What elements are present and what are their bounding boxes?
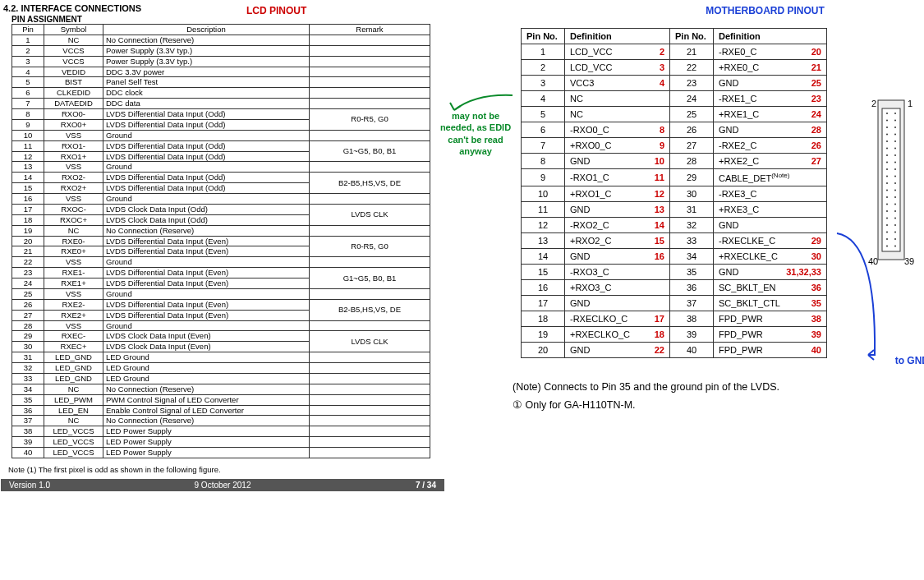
- svg-point-21: [894, 176, 896, 177]
- table-row: 39LED_VCCSLED Power Supply: [12, 437, 430, 448]
- table-row: 5NC25+RXE1_C24: [522, 107, 827, 122]
- svg-point-35: [894, 224, 896, 226]
- table-row: 2LCD_VCC322+RXE0_C21: [522, 60, 827, 76]
- connector-diagram: 2 1 40 39: [867, 94, 916, 268]
- table-row: 34NCNo Connection (Reserve): [12, 384, 430, 394]
- svg-point-3: [894, 113, 896, 114]
- svg-point-23: [894, 182, 896, 184]
- mb-th-pin2: Pin No.: [670, 29, 714, 44]
- table-row: 19NCNo Connection (Reserve): [12, 225, 430, 236]
- svg-point-10: [886, 140, 888, 142]
- svg-point-16: [886, 162, 888, 163]
- svg-point-40: [886, 246, 888, 247]
- svg-point-28: [886, 204, 888, 205]
- table-row: 13+RXO2_C1533-RXECLKE_C29: [522, 232, 827, 248]
- svg-point-24: [886, 190, 888, 191]
- footer: Version 1.0 9 October 2012 7 / 34: [1, 479, 444, 491]
- svg-point-41: [894, 246, 896, 247]
- svg-point-29: [894, 204, 896, 205]
- svg-point-12: [886, 148, 888, 150]
- table-row: 18-RXECLKO_C1738FPD_PWR38: [522, 311, 827, 326]
- lcd-th-desc: Description: [103, 25, 310, 35]
- svg-point-30: [886, 210, 888, 212]
- svg-point-14: [886, 154, 888, 156]
- svg-point-26: [886, 196, 888, 198]
- lcd-table: Pin Symbol Description Remark 1NCNo Conn…: [11, 24, 430, 458]
- svg-point-39: [894, 238, 896, 240]
- lcd-th-symbol: Symbol: [44, 25, 103, 35]
- note1: Note (1) The first pixel is odd as shown…: [8, 465, 447, 474]
- table-row: 6-RXO0_C826GND28: [522, 122, 827, 138]
- table-row: 40LED_VCCSLED Power Supply: [12, 448, 430, 458]
- table-row: 10VSSGround: [12, 130, 430, 140]
- green-note: may not be needed, as EDID can't be read…: [439, 110, 513, 157]
- table-row: 14RXO2-LVDS Differential Data Input (Odd…: [12, 173, 430, 183]
- table-row: 36LED_ENEnable Control Signal of LED Con…: [12, 405, 430, 416]
- svg-point-15: [894, 154, 896, 156]
- to-gnd-label: to GND: [895, 355, 924, 366]
- svg-point-38: [886, 238, 888, 240]
- table-row: 23RXE1-LVDS Differential Data Input (Eve…: [12, 268, 430, 278]
- svg-point-20: [886, 176, 888, 177]
- lcd-pinout-title: LCD PINOUT: [246, 5, 306, 16]
- table-row: 8GND1028+RXE2_C27: [522, 154, 827, 169]
- mb-note-line2: ① Only for GA-H110TN-M.: [513, 396, 924, 415]
- table-row: 6CLKEDIDDDC clock: [12, 88, 430, 99]
- table-row: 35LED_PWMPWM Control Signal of LED Conve…: [12, 394, 430, 405]
- table-row: 16+RXO3_C36SC_BKLT_EN36: [522, 279, 827, 295]
- conn-pin1: 1: [908, 99, 913, 108]
- svg-point-36: [886, 232, 888, 233]
- table-row: 8RXO0-LVDS Differential Data Input (Odd)…: [12, 109, 430, 120]
- table-row: 37NCNo Connection (Reserve): [12, 416, 430, 426]
- svg-point-19: [894, 168, 896, 170]
- svg-point-7: [894, 127, 896, 128]
- table-row: 22VSSGround: [12, 257, 430, 268]
- svg-point-11: [894, 140, 896, 142]
- lcd-th-remark: Remark: [310, 25, 430, 35]
- table-row: 9-RXO1_C1129CABLE_DET(Note): [522, 169, 827, 186]
- svg-point-32: [886, 218, 888, 219]
- table-row: 3VCCSPower Supply (3.3V typ.): [12, 56, 430, 67]
- table-row: 5BISTPanel Self Test: [12, 77, 430, 88]
- svg-point-22: [886, 182, 888, 184]
- lcd-th-pin: Pin: [12, 25, 44, 35]
- svg-point-2: [886, 113, 888, 114]
- table-row: 4NC24-RXE1_C23: [522, 91, 827, 107]
- table-row: 4VEDIDDDC 3.3V power: [12, 67, 430, 77]
- mb-th-def1: Definition: [565, 29, 670, 44]
- mb-th-pin1: Pin No.: [522, 29, 565, 44]
- svg-point-27: [894, 196, 896, 198]
- footer-page: 7 / 34: [294, 481, 436, 490]
- conn-pin2: 2: [871, 99, 876, 108]
- conn-pin39: 39: [904, 256, 914, 266]
- table-row: 7DATAEDIDDDC data: [12, 99, 430, 109]
- table-row: 16VSSGround: [12, 194, 430, 205]
- conn-pin40: 40: [868, 256, 878, 266]
- svg-point-18: [886, 168, 888, 170]
- table-row: 3VCC3423GND25: [522, 76, 827, 91]
- svg-point-37: [894, 232, 896, 233]
- table-row: 38LED_VCCSLED Power Supply: [12, 426, 430, 437]
- table-row: 1LCD_VCC221-RXE0_C20: [522, 44, 827, 60]
- mb-note-line1: (Note) Connects to Pin 35 and the ground…: [513, 378, 924, 397]
- table-row: 26RXE2-LVDS Differential Data Input (Eve…: [12, 299, 430, 310]
- table-row: 1NCNo Connection (Reserve): [12, 35, 430, 45]
- svg-point-9: [894, 134, 896, 136]
- svg-point-33: [894, 218, 896, 219]
- svg-point-6: [886, 127, 888, 128]
- section-title: 4.2. INTERFACE CONNECTIONS: [3, 3, 447, 13]
- table-row: 19+RXECLKO_C1839FPD_PWR39: [522, 326, 827, 342]
- svg-point-25: [894, 190, 896, 191]
- motherboard-table: Pin No. Definition Pin No. Definition 1L…: [521, 28, 827, 358]
- table-row: 28VSSGround: [12, 320, 430, 331]
- table-row: 17RXOC-LVDS Clock Data Input (Odd)LVDS C…: [12, 204, 430, 214]
- table-row: 25VSSGround: [12, 288, 430, 299]
- table-row: 11GND1331+RXE3_C: [522, 201, 827, 217]
- table-row: 33LED_GNDLED Ground: [12, 373, 430, 384]
- table-row: 15-RXO3_C35GND31,32,33: [522, 264, 827, 279]
- table-row: 13VSSGround: [12, 162, 430, 173]
- svg-point-13: [894, 148, 896, 150]
- table-row: 20RXE0-LVDS Differential Data Input (Eve…: [12, 236, 430, 246]
- motherboard-pinout-title: MOTHERBOARD PINOUT: [603, 5, 924, 16]
- table-row: 11RXO1-LVDS Differential Data Input (Odd…: [12, 140, 430, 151]
